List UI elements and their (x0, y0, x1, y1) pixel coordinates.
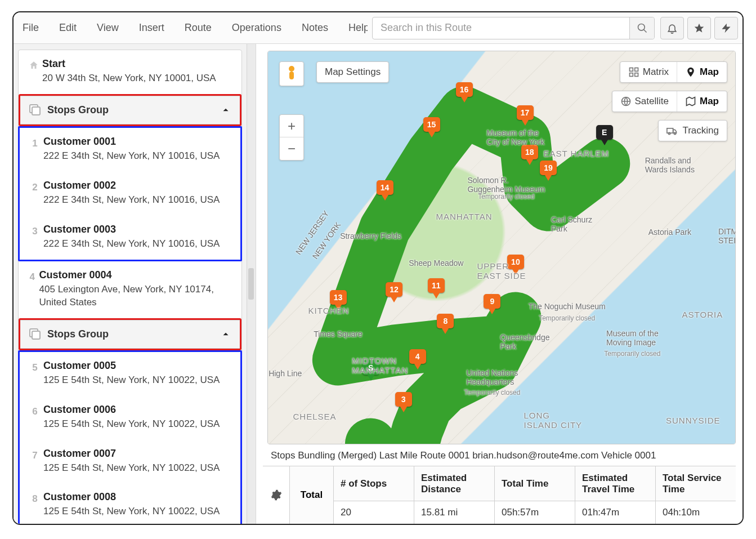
map-stop-pin[interactable]: 18 (521, 145, 538, 165)
map-poi-label: DITMASTEIN (718, 227, 736, 245)
stop-name: Customer 0005 (43, 360, 220, 372)
stop-number: 1 (32, 138, 37, 149)
menu-notes[interactable]: Notes (302, 22, 328, 34)
menu-view[interactable]: View (97, 22, 119, 34)
menu-insert[interactable]: Insert (139, 22, 164, 34)
map-poi-label: SUNNYSIDE (666, 416, 721, 425)
route-search[interactable] (372, 17, 655, 39)
map-zoom-control: + − (279, 114, 304, 161)
quick-actions-button[interactable] (714, 17, 738, 39)
matrix-mode-button[interactable]: Matrix (620, 62, 677, 82)
stop-row[interactable]: 6Customer 0006125 E 54th St, New York, N… (20, 396, 240, 440)
map-poi-label: Temporarily closed (464, 389, 520, 397)
stop-number: 3 (32, 226, 37, 237)
map-poi-label: Times Square (314, 329, 363, 338)
group-2-label: Stops Group (47, 328, 109, 340)
map-poi-label: Temporarily closed (478, 193, 534, 201)
stats-total-label: Total (290, 466, 334, 524)
menu-edit[interactable]: Edit (59, 22, 77, 34)
pegman-icon (285, 65, 298, 82)
stops-group-header-1[interactable]: Stops Group (20, 96, 240, 124)
stop-name: Customer 0006 (43, 404, 220, 416)
start-stop[interactable]: Start 20 W 34th St, New York, NY 10001, … (19, 50, 241, 94)
stops-sidebar: Start 20 W 34th St, New York, NY 10001, … (14, 44, 247, 524)
route-map[interactable]: Map Settings + − Matrix Map Satellite Ma… (267, 51, 736, 444)
menu-route[interactable]: Route (185, 22, 212, 34)
map-stop-pin[interactable]: 4 (409, 349, 426, 369)
search-button[interactable] (629, 17, 654, 39)
stop-row[interactable]: 7Customer 0007125 E 54th St, New York, N… (20, 440, 240, 484)
svg-marker-2 (695, 23, 704, 32)
map-poi-label: Randalls andWards Islands (645, 156, 695, 174)
stop-address: 125 E 54th St, New York, NY 10022, USA (43, 462, 220, 475)
chevron-up-icon (221, 105, 231, 115)
map-layer-button[interactable]: Map (677, 91, 727, 112)
map-stop-pin[interactable]: 15 (423, 117, 440, 137)
col-value: 04h:10m (656, 501, 736, 524)
stop-row[interactable]: 8Customer 0008125 E 54th St, New York, N… (20, 483, 240, 524)
stop-row[interactable]: 3Customer 0003222 E 34th St, New York, N… (20, 216, 240, 260)
map-stop-pin[interactable]: 11 (428, 278, 445, 299)
svg-rect-9 (634, 73, 638, 77)
stop-number: 7 (32, 450, 37, 461)
view-mode-toggle: Matrix Map (620, 61, 727, 83)
stats-settings-button[interactable] (263, 466, 290, 524)
stop-row[interactable]: 5Customer 0005125 E 54th St, New York, N… (20, 352, 240, 396)
map-poi-label: Temporarily closed (539, 314, 595, 322)
sidebar-resize-handle[interactable] (247, 44, 256, 524)
col-value: 05h:57m (495, 501, 575, 524)
stack-icon (29, 104, 41, 115)
map-stop-pin[interactable]: 9 (484, 294, 500, 314)
top-menu-bar: File Edit View Insert Route Operations N… (14, 12, 742, 44)
stop-number: 8 (32, 493, 37, 505)
svg-rect-8 (629, 73, 633, 77)
map-stop-pin[interactable]: 16 (456, 82, 473, 103)
home-icon (29, 60, 39, 70)
satellite-button[interactable]: Satellite (612, 91, 677, 112)
map-poi-label: LONGISLAND CITY (524, 411, 583, 430)
grid-icon (628, 66, 639, 78)
map-stop-pin[interactable]: 12 (386, 282, 402, 302)
zoom-in-button[interactable]: + (280, 115, 303, 137)
notifications-button[interactable] (660, 17, 684, 39)
zoom-out-button[interactable]: − (280, 137, 303, 160)
map-stop-pin[interactable]: E (596, 125, 613, 145)
chevron-up-icon (221, 329, 231, 339)
stop-number: 4 (30, 271, 35, 283)
col-value: 20 (334, 501, 414, 524)
map-stop-pin[interactable]: 14 (377, 180, 393, 201)
menu-operations[interactable]: Operations (232, 22, 281, 34)
favorite-button[interactable] (687, 17, 711, 39)
streetview-pegman[interactable] (279, 61, 304, 86)
map-stop-pin[interactable]: 8 (437, 314, 454, 334)
stop-address: 222 E 34th St, New York, NY 10016, USA (43, 194, 220, 207)
stop-row[interactable]: 1Customer 0001222 E 34th St, New York, N… (20, 128, 240, 172)
map-poi-label: Carl SchurzPark (551, 215, 592, 233)
menu-file[interactable]: File (23, 22, 39, 34)
stop-row[interactable]: 2Customer 0002222 E 34th St, New York, N… (20, 172, 240, 216)
route-stats-table: Total # of Stops20 Estimated Distance15.… (263, 466, 736, 524)
stop-number: 5 (32, 362, 37, 373)
map-stop-pin[interactable]: 3 (395, 392, 412, 412)
tracking-button[interactable]: Tracking (658, 120, 727, 141)
menu-help[interactable]: Help (348, 22, 368, 34)
stops-group-header-2[interactable]: Stops Group (20, 320, 240, 349)
map-poi-label: Museum of theMoving Image (606, 329, 659, 347)
map-stop-pin[interactable]: 17 (517, 105, 534, 126)
map-mode-button[interactable]: Map (677, 62, 727, 82)
start-title: Start (42, 58, 216, 70)
layer-toggle: Satellite Map (612, 91, 727, 112)
stop-name: Customer 0004 (39, 269, 231, 281)
stop-number: 6 (32, 406, 37, 417)
map-poi-label: UPPEREAST SIDE (477, 261, 526, 280)
map-poi-label: The Noguchi Museum (529, 302, 606, 311)
star-icon (694, 23, 705, 34)
search-icon (637, 23, 648, 34)
svg-rect-5 (289, 72, 294, 79)
stop-row[interactable]: 4Customer 0004405 Lexington Ave, New Yor… (19, 261, 241, 318)
group-1-label: Stops Group (47, 104, 109, 116)
search-input[interactable] (373, 22, 629, 34)
map-poi-label: Sheep Meadow (409, 259, 463, 268)
map-settings-button[interactable]: Map Settings (316, 61, 389, 83)
stop-address: 125 E 54th St, New York, NY 10022, USA (43, 505, 220, 518)
